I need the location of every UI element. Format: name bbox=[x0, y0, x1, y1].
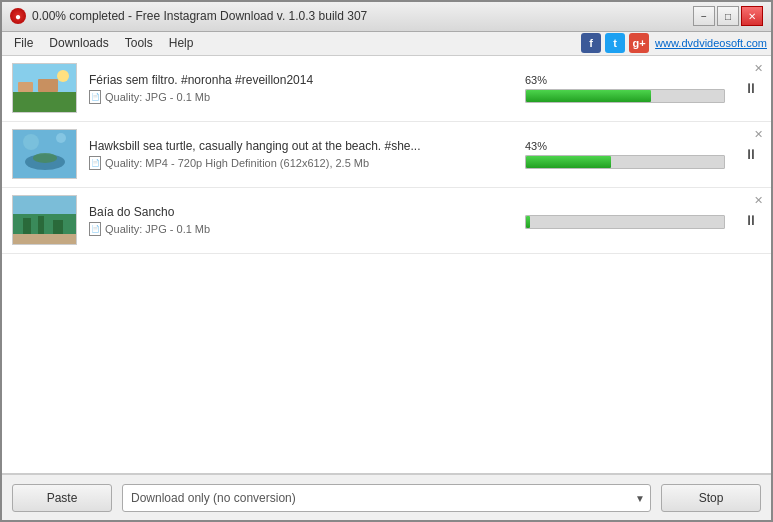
svg-point-7 bbox=[33, 153, 57, 163]
window-title: 0.00% completed - Free Instagram Downloa… bbox=[32, 9, 367, 23]
progress-label-2: 43% bbox=[525, 140, 725, 152]
titlebar: ● 0.00% completed - Free Instagram Downl… bbox=[2, 2, 771, 32]
quality-text-2: Quality: MP4 - 720p High Definition (612… bbox=[105, 157, 369, 169]
download-progress-2: 43% bbox=[525, 140, 725, 169]
progress-fill-2 bbox=[526, 156, 611, 168]
svg-rect-11 bbox=[13, 214, 77, 234]
menu-help[interactable]: Help bbox=[161, 34, 202, 52]
menu-tools[interactable]: Tools bbox=[117, 34, 161, 52]
svg-rect-12 bbox=[13, 234, 77, 245]
download-item-1: Férias sem filtro. #noronha #reveillon20… bbox=[2, 56, 771, 122]
main-window: ● 0.00% completed - Free Instagram Downl… bbox=[0, 0, 773, 522]
close-item-2[interactable]: ✕ bbox=[751, 128, 765, 142]
download-item-2: Hawksbill sea turtle, casually hanging o… bbox=[2, 122, 771, 188]
svg-rect-1 bbox=[13, 92, 77, 113]
menubar-right: f t g+ www.dvdvideosoft.com bbox=[581, 33, 767, 53]
downloads-list: Férias sem filtro. #noronha #reveillon20… bbox=[2, 56, 771, 475]
social-icons: f t g+ bbox=[581, 33, 649, 53]
restore-button[interactable]: □ bbox=[717, 6, 739, 26]
download-title-3: Baía do Sancho bbox=[89, 205, 525, 219]
titlebar-controls: − □ ✕ bbox=[693, 6, 763, 26]
download-progress-3 bbox=[525, 212, 725, 229]
file-icon-1: 📄 bbox=[89, 90, 101, 104]
progress-fill-1 bbox=[526, 90, 651, 102]
empty-area bbox=[2, 254, 771, 475]
download-quality-3: 📄 Quality: JPG - 0.1 Mb bbox=[89, 222, 525, 236]
thumbnail-2 bbox=[12, 129, 77, 179]
svg-rect-14 bbox=[38, 216, 44, 234]
twitter-icon[interactable]: t bbox=[605, 33, 625, 53]
download-info-1: Férias sem filtro. #noronha #reveillon20… bbox=[89, 73, 525, 104]
progress-bar-1 bbox=[525, 89, 725, 103]
download-title-2: Hawksbill sea turtle, casually hanging o… bbox=[89, 139, 525, 153]
svg-point-8 bbox=[23, 134, 39, 150]
facebook-icon[interactable]: f bbox=[581, 33, 601, 53]
download-info-3: Baía do Sancho 📄 Quality: JPG - 0.1 Mb bbox=[89, 205, 525, 236]
progress-bar-2 bbox=[525, 155, 725, 169]
close-item-3[interactable]: ✕ bbox=[751, 194, 765, 208]
file-icon-2: 📄 bbox=[89, 156, 101, 170]
download-progress-1: 63% bbox=[525, 74, 725, 103]
file-icon-3: 📄 bbox=[89, 222, 101, 236]
pause-button-3[interactable]: ⏸ bbox=[741, 210, 761, 230]
stop-button[interactable]: Stop bbox=[661, 484, 761, 512]
format-dropdown-wrapper: Download only (no conversion) MP4 AVI MK… bbox=[122, 484, 651, 512]
svg-rect-10 bbox=[13, 196, 77, 214]
svg-rect-2 bbox=[18, 82, 33, 92]
svg-point-4 bbox=[57, 70, 69, 82]
quality-text-3: Quality: JPG - 0.1 Mb bbox=[105, 223, 210, 235]
menubar-left: File Downloads Tools Help bbox=[6, 34, 201, 52]
download-title-1: Férias sem filtro. #noronha #reveillon20… bbox=[89, 73, 525, 87]
svg-rect-3 bbox=[38, 79, 58, 92]
paste-button[interactable]: Paste bbox=[12, 484, 112, 512]
download-quality-1: 📄 Quality: JPG - 0.1 Mb bbox=[89, 90, 525, 104]
menu-downloads[interactable]: Downloads bbox=[41, 34, 116, 52]
close-item-1[interactable]: ✕ bbox=[751, 62, 765, 76]
quality-text-1: Quality: JPG - 0.1 Mb bbox=[105, 91, 210, 103]
pause-button-1[interactable]: ⏸ bbox=[741, 78, 761, 98]
svg-rect-15 bbox=[53, 220, 63, 234]
download-item-3: Baía do Sancho 📄 Quality: JPG - 0.1 Mb ⏸… bbox=[2, 188, 771, 254]
progress-fill-3 bbox=[526, 216, 530, 228]
thumbnail-3 bbox=[12, 195, 77, 245]
bottom-bar: Paste Download only (no conversion) MP4 … bbox=[2, 474, 771, 520]
progress-label-1: 63% bbox=[525, 74, 725, 86]
website-link[interactable]: www.dvdvideosoft.com bbox=[655, 37, 767, 49]
thumbnail-1 bbox=[12, 63, 77, 113]
svg-rect-13 bbox=[23, 218, 31, 234]
googleplus-icon[interactable]: g+ bbox=[629, 33, 649, 53]
download-quality-2: 📄 Quality: MP4 - 720p High Definition (6… bbox=[89, 156, 525, 170]
menubar: File Downloads Tools Help f t g+ www.dvd… bbox=[2, 32, 771, 56]
download-info-2: Hawksbill sea turtle, casually hanging o… bbox=[89, 139, 525, 170]
app-icon: ● bbox=[10, 8, 26, 24]
svg-point-9 bbox=[56, 133, 66, 143]
close-button[interactable]: ✕ bbox=[741, 6, 763, 26]
format-dropdown[interactable]: Download only (no conversion) MP4 AVI MK… bbox=[122, 484, 651, 512]
pause-button-2[interactable]: ⏸ bbox=[741, 144, 761, 164]
progress-bar-3 bbox=[525, 215, 725, 229]
menu-file[interactable]: File bbox=[6, 34, 41, 52]
titlebar-left: ● 0.00% completed - Free Instagram Downl… bbox=[10, 8, 367, 24]
minimize-button[interactable]: − bbox=[693, 6, 715, 26]
